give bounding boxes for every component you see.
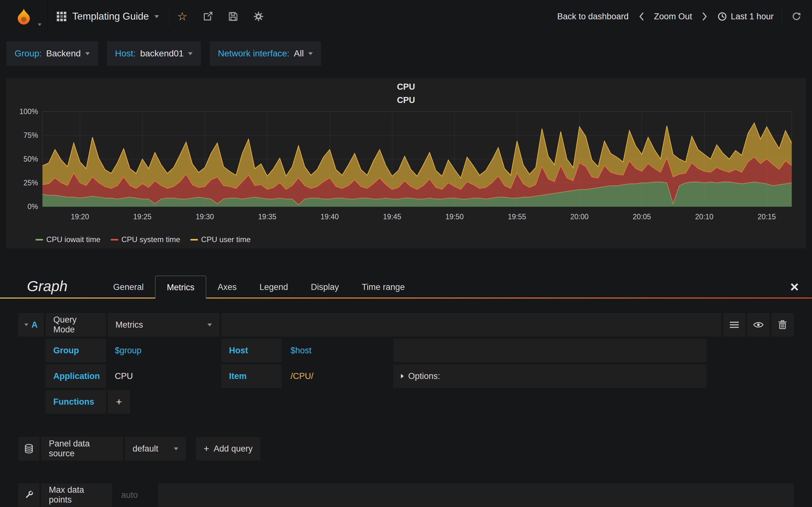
eye-icon <box>753 321 763 328</box>
svg-text:20:00: 20:00 <box>570 213 589 221</box>
variable-value: backend01 <box>140 49 184 59</box>
query-mode-dropdown[interactable]: Metrics <box>108 313 219 337</box>
settings-button[interactable] <box>246 0 271 33</box>
query-row-mode: A Query Mode Metrics <box>18 313 794 337</box>
time-shift-forward-button[interactable] <box>700 0 709 33</box>
variable-value: Backend <box>46 49 81 59</box>
variable-label: Host: <box>115 49 136 59</box>
variable-value: All <box>294 49 304 59</box>
legend-label: CPU iowait time <box>46 235 101 244</box>
save-button[interactable] <box>220 0 246 33</box>
caret-down-icon <box>308 52 313 55</box>
grafana-flame-icon <box>14 7 33 26</box>
close-editor-button[interactable]: × <box>790 279 799 294</box>
query-mode-value: Metrics <box>115 320 143 330</box>
options-toggle[interactable]: Options: <box>393 364 706 388</box>
legend-item-cpu-iowait-time[interactable]: CPU iowait time <box>36 235 101 244</box>
query-delete-button[interactable] <box>771 313 794 337</box>
svg-text:25%: 25% <box>23 179 38 187</box>
time-shift-back-button[interactable] <box>637 0 646 33</box>
svg-text:100%: 100% <box>19 107 38 116</box>
item-input[interactable] <box>284 364 392 388</box>
variable-dropdown-network-interface[interactable]: Network interface:All <box>210 41 321 66</box>
datasource-row: Panel data source default + Add query <box>18 437 794 460</box>
zoom-out-button[interactable]: Zoom Out <box>654 12 692 21</box>
refresh-button[interactable] <box>791 0 803 33</box>
dashboard-title-dropdown[interactable]: Templating Guide <box>48 0 169 33</box>
row-filler <box>221 313 721 337</box>
time-range-picker[interactable]: Last 1 hour <box>717 12 774 21</box>
variable-label: Network interface: <box>218 49 290 59</box>
query-editor: A Query Mode Metrics <box>18 313 794 413</box>
variable-label: Group: <box>14 49 42 59</box>
datasource-dropdown[interactable]: default <box>125 437 186 460</box>
svg-text:19:35: 19:35 <box>258 213 276 221</box>
editor-header: Graph GeneralMetricsAxesLegendDisplayTim… <box>0 268 812 298</box>
panel-type-label: Graph <box>27 278 67 295</box>
tab-time-range[interactable]: Time range <box>351 276 416 298</box>
svg-text:20:05: 20:05 <box>633 213 651 221</box>
legend-item-cpu-system-time[interactable]: CPU system time <box>111 235 180 244</box>
dropdown-caret-icon <box>207 324 212 326</box>
group-label: Group <box>46 339 106 362</box>
tab-metrics[interactable]: Metrics <box>155 276 206 298</box>
star-button[interactable]: ☆ <box>169 0 195 33</box>
legend-color-marker <box>36 239 43 240</box>
query-menu-button[interactable] <box>723 313 745 337</box>
application-input[interactable] <box>108 364 219 388</box>
caret-down-icon <box>188 52 193 55</box>
template-variables-row: Group:BackendHost:backend01Network inter… <box>0 33 812 66</box>
variable-dropdown-host[interactable]: Host:backend01 <box>107 41 201 66</box>
datasource-label: Panel data source <box>41 437 123 460</box>
plus-icon: + <box>204 443 209 454</box>
group-input[interactable] <box>108 339 219 362</box>
gear-icon <box>253 11 264 21</box>
add-function-button[interactable]: + <box>108 390 130 413</box>
item-field-cell <box>284 364 392 388</box>
svg-text:50%: 50% <box>23 155 38 163</box>
query-collapse-toggle[interactable]: A <box>18 313 44 337</box>
tab-legend[interactable]: Legend <box>248 276 299 298</box>
svg-text:19:30: 19:30 <box>196 213 214 221</box>
legend-label: CPU system time <box>121 235 180 244</box>
dashboard-grid-icon <box>56 11 67 21</box>
svg-text:19:55: 19:55 <box>508 213 526 221</box>
tab-general[interactable]: General <box>102 276 155 298</box>
tab-axes[interactable]: Axes <box>206 276 248 298</box>
host-field-cell <box>284 339 392 362</box>
share-button[interactable] <box>195 0 220 33</box>
query-row-group-host: Group Host <box>46 339 794 362</box>
chart-legend: CPU iowait timeCPU system timeCPU user t… <box>36 233 806 246</box>
query-letter: A <box>32 320 38 330</box>
query-toggle-visibility-button[interactable] <box>747 313 769 337</box>
host-input[interactable] <box>284 339 392 362</box>
panel-editor: Graph GeneralMetricsAxesLegendDisplayTim… <box>0 268 812 507</box>
svg-text:0%: 0% <box>28 203 38 211</box>
add-query-button[interactable]: + Add query <box>196 437 260 460</box>
max-data-points-input[interactable] <box>114 483 156 507</box>
svg-text:75%: 75% <box>23 131 38 139</box>
chart-title: CPU <box>6 94 806 107</box>
grafana-logo[interactable] <box>0 0 48 33</box>
svg-text:20:15: 20:15 <box>758 213 776 221</box>
trash-icon <box>778 320 786 330</box>
panel-title[interactable]: CPU <box>6 80 806 94</box>
tab-display[interactable]: Display <box>299 276 351 298</box>
back-to-dashboard-link[interactable]: Back to dashboard <box>557 12 629 21</box>
item-label: Item <box>221 364 282 388</box>
chevron-right-icon <box>702 12 707 21</box>
variable-dropdown-group[interactable]: Group:Backend <box>6 41 98 66</box>
query-mode-label: Query Mode <box>46 313 106 337</box>
wrench-icon-cell <box>18 483 39 507</box>
title-caret-icon <box>154 15 159 18</box>
add-query-label: Add query <box>214 444 253 454</box>
hamburger-menu-icon <box>730 321 739 328</box>
legend-item-cpu-user-time[interactable]: CPU user time <box>190 235 251 244</box>
legend-color-marker <box>111 239 118 240</box>
max-data-points-field-cell <box>114 483 156 507</box>
datasource-icon-cell <box>18 437 39 460</box>
datasource-value: default <box>133 444 158 454</box>
clock-icon <box>717 12 727 21</box>
time-range-label: Last 1 hour <box>731 12 774 21</box>
svg-text:19:25: 19:25 <box>133 213 152 221</box>
